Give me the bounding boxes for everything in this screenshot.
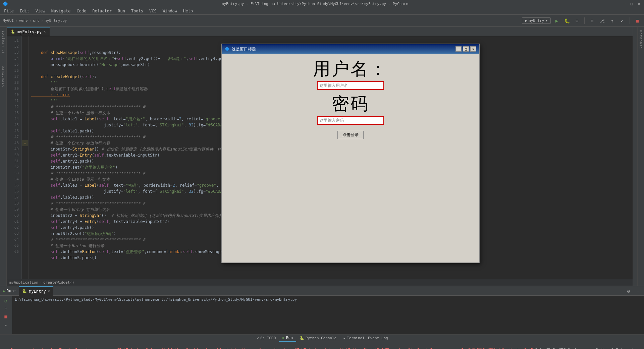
vcs-button[interactable]: ⎇	[598, 17, 606, 25]
toolbar-separator-2	[630, 17, 630, 24]
bottom-tab-run[interactable]: ▶ Run	[279, 335, 296, 342]
todo-icon: ✓	[257, 336, 259, 340]
debug-button[interactable]: 🐛	[563, 17, 571, 25]
right-sidebar: Database	[637, 27, 644, 286]
terminal-icon: ▸	[343, 336, 345, 340]
breadcrumb-part2[interactable]: createWidget()	[43, 280, 74, 285]
username-input[interactable]	[317, 81, 384, 90]
close-button[interactable]: ×	[637, 1, 641, 6]
python-icon: 🐍	[22, 289, 27, 293]
commit-button[interactable]: ✓	[618, 17, 626, 25]
run-config-name: myEntry	[529, 18, 544, 23]
editor-tab-myentry[interactable]: 🐍 myEntry.py ×	[7, 27, 50, 36]
toolbar: MyGUI › venv › src › myEntry.py ▶ myEntr…	[0, 15, 644, 27]
event-log-tab[interactable]: Event Log	[368, 336, 391, 340]
run-config-selector[interactable]: ▶ myEntry ▾	[522, 17, 551, 24]
run-output-line: E:\Tsinghua_University\Python_Study\MyGU…	[15, 297, 641, 302]
run-bottom-icon: ▶	[282, 336, 285, 340]
right-gutter	[633, 27, 637, 286]
run-label-text[interactable]: Run:	[6, 289, 16, 293]
bottom-tab-todo[interactable]: ✓ 6: TODO	[253, 335, 279, 342]
run-tab-bar: ▶ Run: 🐍 myEntry × ⚙ ─	[0, 286, 644, 296]
run-sidebar: ↺ ↑ ■ ↓	[0, 296, 12, 334]
menu-file[interactable]: File	[1, 8, 16, 14]
username-label: 用户名：	[313, 60, 388, 78]
stop-button[interactable]: ■	[633, 17, 641, 25]
run-icon: ▶	[3, 289, 5, 293]
menu-code[interactable]: Code	[74, 8, 89, 14]
toolbar-separator	[584, 17, 585, 24]
file-encoding[interactable]: UTF-8	[559, 348, 570, 349]
chevron-down-icon: ▾	[545, 18, 548, 23]
fw-maximize-button[interactable]: □	[463, 46, 469, 52]
left-sidebar: 1: Project Structure	[0, 27, 7, 286]
run-button[interactable]: ▶	[553, 17, 561, 25]
run-content: ↺ ↑ ■ ↓ E:\Tsinghua_University\Python_St…	[0, 296, 644, 334]
menu-refactor[interactable]: Refactor	[90, 8, 114, 14]
sidebar-structure-label[interactable]: Structure	[1, 66, 5, 87]
status-bar: ✓ 6: TODO ▶ Run 🐍 Python Console ▸ Termi…	[0, 334, 644, 349]
run-tab-myentry-label: myEntry	[29, 289, 46, 294]
menu-view[interactable]: View	[33, 8, 48, 14]
run-panel-close-button[interactable]: ─	[635, 288, 641, 294]
cursor-position[interactable]: 2:1	[535, 348, 542, 349]
indent-type[interactable]: 4 spaces	[574, 348, 592, 349]
settings-button[interactable]: ⚙	[588, 17, 596, 25]
scroll-up-button[interactable]: ↑	[3, 305, 9, 312]
fw-close-button[interactable]: ×	[470, 46, 476, 52]
breadcrumb-arrow: ›	[40, 280, 42, 285]
menu-run[interactable]: Run	[115, 8, 128, 14]
rerun-button[interactable]: ↺	[3, 297, 9, 304]
menu-vcs[interactable]: VCS	[147, 8, 159, 14]
sidebar-database-label[interactable]: Database	[639, 30, 643, 49]
update-button[interactable]: ↑	[608, 17, 616, 25]
app-icon: 🔷	[3, 1, 8, 6]
error-message: Error running 'optionsTest': Cannot run …	[10, 347, 535, 349]
fw-icon: 🔷	[225, 47, 230, 51]
floating-window-content: 用户名： document.querySelector('.fw-entry')…	[222, 54, 479, 263]
tab-label: myEntry.py	[17, 30, 42, 34]
line-numbers: 31 32 33 34 35 36 37 38 39 40 41 42 43 4…	[7, 36, 22, 279]
login-button[interactable]: 点击登录	[337, 131, 364, 139]
gutter-markers: ⚠	[22, 36, 29, 279]
fw-title-text: 这是窗口标题	[232, 46, 256, 52]
run-tab-close-btn[interactable]: ×	[48, 289, 50, 293]
tab-bar: 🐍 myEntry.py ×	[7, 27, 633, 36]
password-input[interactable]	[317, 116, 384, 125]
editor-breadcrumb: myApplication › createWidget()	[7, 279, 633, 286]
breadcrumb-part1[interactable]: myApplication	[9, 280, 38, 285]
maximize-button[interactable]: □	[629, 1, 634, 6]
bottom-tab-python-console[interactable]: 🐍 Python Console	[296, 335, 340, 342]
bottom-tab-terminal[interactable]: ▸ Terminal	[340, 335, 368, 342]
floating-window-titlebar: 🔷 这是窗口标题 ─ □ ×	[222, 44, 479, 54]
menu-bar: File Edit View Navigate Code Refactor Ru…	[0, 7, 644, 15]
run-panel: ▶ Run: 🐍 myEntry × ⚙ ─ ↺ ↑ ■ ↓	[0, 286, 644, 334]
menu-window[interactable]: Window	[160, 8, 180, 14]
menu-navigate[interactable]: Navigate	[49, 8, 73, 14]
run-settings-button[interactable]: ⚙	[625, 288, 632, 294]
title-bar: 🔷 myEntry.py - E:\Tsinghua_University\Py…	[0, 0, 644, 7]
run-with-coverage-button[interactable]: ⊕	[573, 17, 581, 25]
password-label: 密码	[332, 95, 369, 113]
fw-minimize-button[interactable]: ─	[455, 46, 462, 52]
sidebar-project-label[interactable]: 1: Project	[1, 30, 5, 54]
minimize-button[interactable]: ─	[622, 1, 627, 6]
menu-help[interactable]: Help	[180, 8, 196, 14]
run-tab-myentry[interactable]: 🐍 myEntry ×	[19, 286, 53, 296]
line-separator-type[interactable]: CRLF	[546, 348, 555, 349]
menu-edit[interactable]: Edit	[17, 8, 32, 14]
status-info-row: Error running 'optionsTest': Cannot run …	[8, 347, 636, 349]
python-console-icon: 🐍	[300, 336, 304, 340]
run-output: E:\Tsinghua_University\Python_Study\MyGU…	[12, 296, 644, 334]
stop-run-button[interactable]: ■	[3, 313, 9, 320]
python-file-icon: 🐍	[11, 30, 15, 34]
bottom-tabs-row: ✓ 6: TODO ▶ Run 🐍 Python Console ▸ Termi…	[253, 335, 390, 342]
floating-window: 🔷 这是窗口标题 ─ □ × 用户名： document.querySelect…	[221, 44, 480, 263]
python-version[interactable]: Python 3.7 (venv)	[596, 348, 634, 349]
menu-tools[interactable]: Tools	[128, 8, 146, 14]
tab-close-button[interactable]: ×	[44, 30, 46, 34]
scroll-down-button[interactable]: ↓	[3, 321, 9, 328]
run-tab-label: ▶ Run:	[0, 286, 19, 296]
toolbar-path: MyGUI	[3, 18, 14, 23]
run-config-icon: ▶	[525, 18, 527, 23]
